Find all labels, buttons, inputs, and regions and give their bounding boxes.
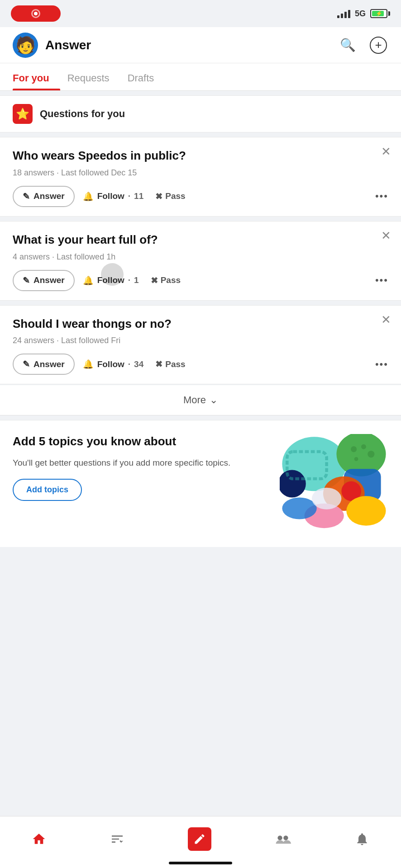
svg-point-7 [282, 498, 316, 519]
question-meta-2: 4 answers · Last followed 1h [13, 252, 388, 262]
write-icon [193, 833, 206, 845]
follow-button-3[interactable]: 🔔 Follow · 34 [79, 354, 148, 374]
recording-dot [31, 9, 40, 18]
close-button-3[interactable]: ✕ [381, 314, 391, 326]
add-topics-button[interactable]: Add topics [13, 479, 82, 501]
topics-svg [280, 434, 388, 533]
pencil-icon-3: ✎ [23, 359, 30, 369]
signal-bars [337, 9, 350, 18]
signal-bar-2 [341, 14, 343, 18]
svg-point-15 [278, 835, 282, 840]
question-title-1: Who wears Speedos in public? [13, 148, 388, 164]
recording-indicator [11, 5, 61, 22]
tab-drafts[interactable]: Drafts [128, 63, 165, 90]
svg-point-14 [354, 457, 358, 461]
banner-label: Questions for you [40, 108, 125, 120]
add-topics-description: You'll get better questions if you add m… [13, 457, 271, 470]
status-bar: 5G ⚡ [0, 0, 401, 27]
svg-point-12 [361, 444, 366, 449]
home-icon [32, 832, 46, 846]
pass-icon: ✖ [155, 191, 162, 202]
avatar-icon: 🧑 [15, 37, 36, 53]
chevron-down-icon: ⌄ [210, 394, 218, 406]
tab-requests[interactable]: Requests [67, 63, 120, 90]
signal-bar-3 [344, 12, 347, 18]
follow-icon: 🔔 [83, 191, 94, 202]
follow-icon-3: 🔔 [83, 359, 94, 369]
battery-indicator: ⚡ [370, 9, 390, 18]
question-title-3: Should I wear thongs or no? [13, 316, 388, 332]
follow-button-1[interactable]: 🔔 Follow · 11 [79, 187, 148, 206]
answer-button-1[interactable]: ✎ Answer [13, 186, 75, 207]
more-button-1[interactable]: ••• [375, 190, 388, 202]
answer-button-3[interactable]: ✎ Answer [13, 354, 75, 375]
feed-icon [110, 832, 124, 846]
follow-icon-2: 🔔 [83, 275, 94, 286]
add-topics-card: Add 5 topics you know about You'll get b… [0, 420, 401, 547]
avatar[interactable]: 🧑 [13, 33, 38, 58]
more-container: More ⌄ [0, 385, 401, 415]
nav-feed[interactable] [99, 828, 135, 850]
write-button-bg [188, 827, 211, 851]
question-meta-3: 24 answers · Last followed Fri [13, 336, 388, 345]
battery-tip [388, 11, 390, 16]
svg-point-11 [351, 446, 357, 452]
nav-notifications[interactable] [344, 828, 380, 850]
svg-point-13 [368, 451, 374, 458]
search-icon: 🔍 [340, 38, 356, 52]
pencil-icon-2: ✎ [23, 275, 30, 286]
bell-icon [355, 832, 369, 846]
signal-bar-4 [348, 10, 350, 18]
search-button[interactable]: 🔍 [338, 35, 358, 55]
bottom-spacer [0, 547, 401, 601]
close-button-2[interactable]: ✕ [381, 230, 391, 241]
network-type: 5G [355, 9, 366, 19]
add-circle-icon: + [370, 37, 387, 54]
battery-bolt-icon: ⚡ [376, 10, 382, 17]
tab-bar: For you Requests Drafts [0, 63, 401, 91]
svg-point-9 [312, 488, 341, 509]
signal-bar-1 [337, 15, 339, 18]
battery-body: ⚡ [370, 9, 387, 18]
more-button-3[interactable]: ••• [375, 359, 388, 370]
pass-button-1[interactable]: ✖ Pass [152, 187, 189, 206]
nav-write[interactable] [177, 824, 222, 854]
add-topics-title: Add 5 topics you know about [13, 434, 271, 449]
nav-home[interactable] [21, 828, 57, 850]
status-bar-right: 5G ⚡ [337, 9, 390, 19]
header-left: 🧑 Answer [13, 33, 91, 58]
pass-button-2[interactable]: ✖ Pass [147, 271, 184, 290]
nav-spaces[interactable] [264, 828, 302, 850]
home-indicator [169, 862, 232, 864]
spaces-icon [275, 832, 291, 846]
question-actions-2: ✎ Answer 🔔 Follow · 1 ✖ Pass ••• [13, 270, 388, 291]
svg-point-5 [346, 496, 386, 526]
more-button-2[interactable]: ••• [375, 274, 388, 286]
topics-illustration [280, 434, 388, 533]
add-button[interactable]: + [368, 35, 388, 55]
pass-icon-3: ✖ [155, 359, 162, 369]
question-card-1: ✕ Who wears Speedos in public? 18 answer… [0, 137, 401, 217]
pencil-icon: ✎ [23, 191, 30, 202]
svg-point-16 [284, 835, 288, 840]
pass-button-3[interactable]: ✖ Pass [152, 354, 189, 374]
close-button-1[interactable]: ✕ [381, 146, 391, 157]
question-meta-1: 18 answers · Last followed Dec 15 [13, 168, 388, 178]
answer-button-2[interactable]: ✎ Answer [13, 270, 75, 291]
question-card-2: ✕ What is your heart full of? 4 answers … [0, 221, 401, 301]
tab-for-you[interactable]: For you [13, 63, 60, 90]
questions-banner: ⭐ Questions for you [0, 95, 401, 132]
app-title: Answer [45, 38, 91, 52]
question-card-3: ✕ Should I wear thongs or no? 24 answers… [0, 305, 401, 385]
touch-ripple [101, 263, 124, 286]
question-actions-3: ✎ Answer 🔔 Follow · 34 ✖ Pass ••• [13, 354, 388, 375]
question-title-2: What is your heart full of? [13, 232, 388, 248]
header-icons: 🔍 + [338, 35, 388, 55]
more-expand-button[interactable]: More ⌄ [183, 394, 218, 406]
bottom-navigation [0, 816, 401, 868]
status-bar-left [11, 5, 61, 22]
app-header: 🧑 Answer 🔍 + [0, 27, 401, 63]
question-actions-1: ✎ Answer 🔔 Follow · 11 ✖ Pass ••• [13, 186, 388, 207]
star-icon: ⭐ [16, 108, 29, 120]
star-badge: ⭐ [13, 104, 33, 124]
